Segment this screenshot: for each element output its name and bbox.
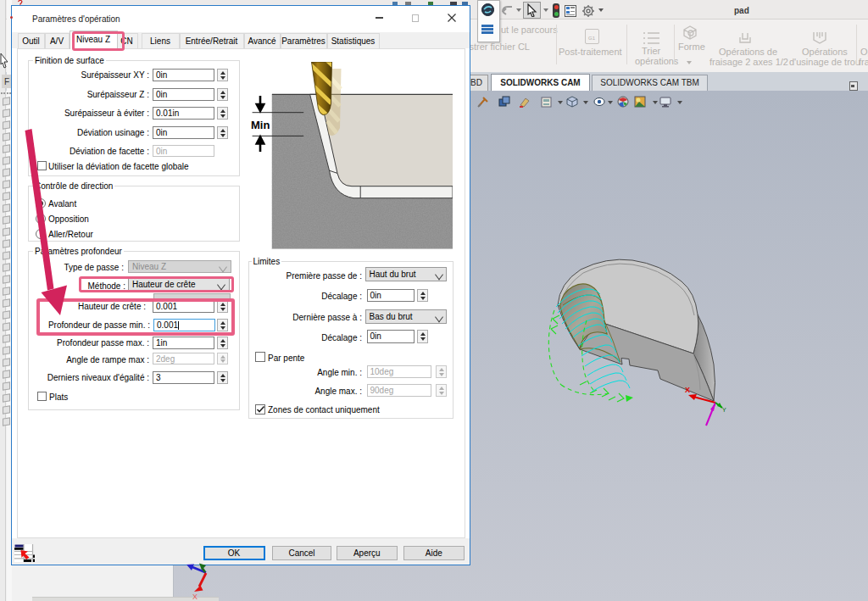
svg-text:X: X [685, 386, 690, 394]
svg-text:X: X [192, 593, 198, 601]
svg-text:Y: Y [722, 407, 726, 413]
